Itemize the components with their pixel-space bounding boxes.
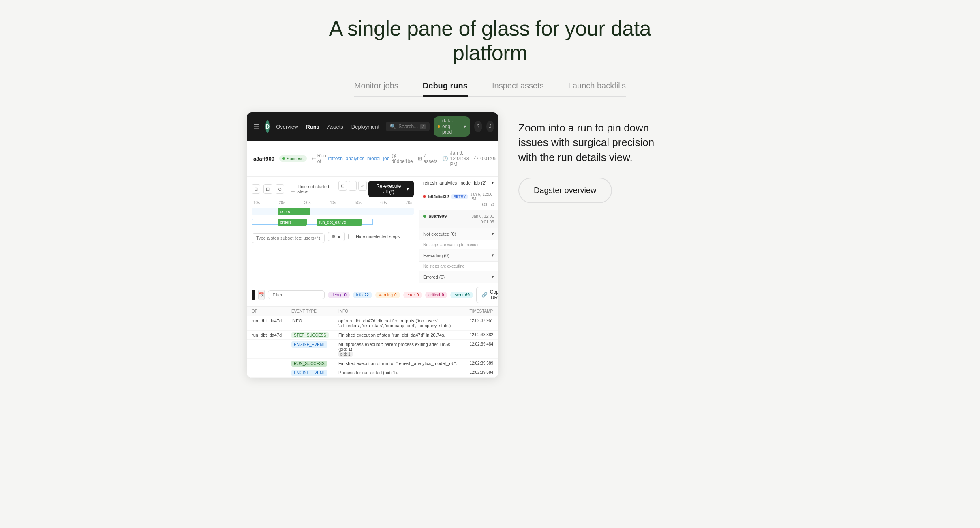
pid-tag: pid: 1	[338, 352, 352, 357]
search-box[interactable]: 🔍 Search... /	[386, 122, 430, 131]
filter-row: ⚙ ▲ Hide unselected steps	[252, 230, 414, 243]
log-ts-0: 12:02:37.951	[465, 316, 498, 331]
step-filter-btn[interactable]: ⚙ ▲	[328, 232, 345, 241]
log-op-1: run_dbt_da47d	[247, 331, 287, 340]
col-op: OP	[247, 307, 287, 316]
step-subset-input[interactable]	[252, 233, 325, 243]
badge-info[interactable]: info 22	[353, 292, 372, 298]
hide-steps-checkbox[interactable]	[291, 187, 295, 192]
runs-panel: refresh_analytics_model_job (2) ▾ b64dbd…	[419, 177, 498, 283]
nav-runs[interactable]: Runs	[306, 124, 319, 130]
run-date-0: Jan 6, 12:00 PM	[470, 192, 494, 201]
status-dot	[282, 157, 285, 160]
bar-users[interactable]: users	[278, 208, 310, 215]
tab-launch-backfills[interactable]: Launch backfills	[568, 81, 626, 96]
log-row-0[interactable]: run_dbt_da47d INFO op 'run_dbt_da47d' di…	[247, 316, 498, 331]
log-info-1: Finished execution of step "run_dbt_da47…	[334, 331, 465, 340]
timeline-scale: 10s 20s 30s 40s 50s 60s 70s	[252, 200, 414, 205]
search-text: Search...	[398, 124, 418, 129]
log-ts-4: 12:02:39.584	[465, 368, 498, 378]
run-meta: ↩ Run of refresh_analytics_model_job @ d…	[312, 153, 413, 164]
timeline-zoom-in[interactable]: ⊟	[263, 184, 272, 194]
log-ts-3: 12:02:39.589	[465, 359, 498, 368]
env-chevron: ▾	[464, 124, 466, 129]
log-info-0: op 'run_dbt_da47d' did not fire outputs …	[334, 316, 465, 331]
run-duration-0: 0:00:50	[423, 202, 494, 207]
nav-deployment[interactable]: Deployment	[351, 124, 379, 130]
search-icon: 🔍	[390, 124, 396, 129]
tab-bar: Monitor jobs Debug runs Inspect assets L…	[354, 81, 626, 96]
logs-area: ≡ 📅 debug 0 info 22 warning 0 error 0 cr…	[247, 283, 498, 378]
timeline-zoom-out[interactable]: ⊞	[252, 184, 260, 194]
log-ts-1: 12:02:38.882	[465, 331, 498, 340]
bar-row-users: users	[252, 207, 414, 216]
run-date-1: Jan 6, 12:01	[472, 214, 494, 219]
nav-assets[interactable]: Assets	[327, 124, 343, 130]
status-badge: Success	[279, 155, 307, 162]
tab-monitor-jobs[interactable]: Monitor jobs	[354, 81, 398, 96]
log-op-3: -	[247, 359, 287, 368]
env-badge[interactable]: data-eng-prod ▾	[434, 116, 470, 137]
bar-run-dbt[interactable]: run_dbt_da47d	[317, 219, 362, 226]
log-table: OP EVENT TYPE INFO TIMESTAMP run_dbt_da4…	[247, 307, 498, 378]
list-view-btn[interactable]: ≡	[252, 290, 255, 300]
log-op-2: -	[247, 340, 287, 359]
badge-error[interactable]: error 0	[403, 292, 422, 298]
hide-steps-toggle[interactable]: Hide not started steps	[291, 184, 335, 194]
logs-toolbar: ≡ 📅 debug 0 info 22 warning 0 error 0 cr…	[247, 283, 498, 307]
run-item-id-0: b64dbd32	[428, 194, 449, 199]
env-dot	[438, 125, 440, 128]
nav-overview[interactable]: Overview	[276, 124, 298, 130]
copy-url-button[interactable]: 🔗 Copy URL	[476, 287, 498, 303]
re-execute-button[interactable]: Re-execute all (*) ▾	[368, 181, 414, 197]
run-item-id-1: a8aff909	[429, 214, 447, 219]
log-row-2[interactable]: - ENGINE_EVENT Multiprocess executor: pa…	[247, 340, 498, 359]
calendar-view-btn[interactable]: 📅	[258, 290, 265, 300]
not-executed-section[interactable]: Not executed (0) ▾	[419, 228, 498, 240]
log-row-1[interactable]: run_dbt_da47d STEP_SUCCESS Finished exec…	[247, 331, 498, 340]
filter-btn[interactable]: ⊟	[338, 181, 347, 191]
run-assets: ⊞ 7 assets	[418, 153, 438, 164]
log-filter-input[interactable]	[268, 290, 325, 299]
tab-inspect-assets[interactable]: Inspect assets	[492, 81, 544, 96]
log-row-3[interactable]: - RUN_SUCCESS Finished execution of run …	[247, 359, 498, 368]
timeline-fit[interactable]: ⊙	[276, 184, 284, 194]
list-btn[interactable]: ≡	[349, 181, 357, 191]
dagster-overview-button[interactable]: Dagster overview	[518, 178, 612, 203]
run-dot-0	[423, 195, 426, 198]
badge-debug[interactable]: debug 0	[328, 292, 349, 298]
errored-section[interactable]: Errored (0) ▾	[419, 271, 498, 283]
run-tag-0: RETRY	[451, 194, 468, 199]
app-header: ☰ D Overview Runs Assets Deployment 🔍 Se…	[247, 112, 498, 141]
timeline-left: ⊞ ⊟ ⊙ Hide not started steps ⊟ ≡ ⤢ Re-ex…	[247, 177, 419, 283]
search-slash: /	[420, 124, 426, 129]
log-row-4[interactable]: - ENGINE_EVENT Process for run exited (p…	[247, 368, 498, 378]
run-dot-1	[423, 215, 426, 218]
bar-orders[interactable]: orders	[278, 219, 307, 226]
app-screenshot: ☰ D Overview Runs Assets Deployment 🔍 Se…	[247, 112, 498, 378]
hide-unselected-checkbox[interactable]	[348, 234, 353, 239]
badge-warning[interactable]: warning 0	[375, 292, 400, 298]
description-text: Zoom into a run to pin down issues with …	[518, 120, 672, 165]
link-icon: 🔗	[481, 292, 488, 298]
main-content: ☰ D Overview Runs Assets Deployment 🔍 Se…	[247, 112, 733, 378]
timeline-area: ⊞ ⊟ ⊙ Hide not started steps ⊟ ≡ ⤢ Re-ex…	[247, 177, 498, 283]
run-item-0[interactable]: b64dbd32 RETRY Jan 6, 12:00 PM 0:00:50	[419, 189, 498, 210]
help-icon[interactable]: ?	[474, 121, 482, 132]
timeline-controls: ⊞ ⊟ ⊙ Hide not started steps ⊟ ≡ ⤢ Re-ex…	[252, 181, 414, 197]
hamburger-icon[interactable]: ☰	[253, 123, 259, 131]
col-info: INFO	[334, 307, 465, 316]
hide-unselected-toggle[interactable]: Hide unselected steps	[348, 234, 400, 239]
badge-critical[interactable]: critical 0	[425, 292, 447, 298]
run-job-link[interactable]: refresh_analytics_model_job	[328, 156, 390, 161]
expand-btn[interactable]: ⤢	[358, 181, 367, 191]
header-right: 🔍 Search... / data-eng-prod ▾ ? J	[386, 116, 494, 137]
user-avatar[interactable]: J	[486, 121, 494, 132]
badge-event[interactable]: event 69	[450, 292, 473, 298]
nav-links: Overview Runs Assets Deployment	[276, 124, 379, 130]
log-op-0: run_dbt_da47d	[247, 316, 287, 331]
run-item-1[interactable]: a8aff909 Jan 6, 12:01 0:01:05	[419, 210, 498, 228]
page-title: A single pane of glass for your data pla…	[308, 16, 672, 65]
executing-section[interactable]: Executing (0) ▾	[419, 249, 498, 262]
tab-debug-runs[interactable]: Debug runs	[423, 81, 468, 96]
